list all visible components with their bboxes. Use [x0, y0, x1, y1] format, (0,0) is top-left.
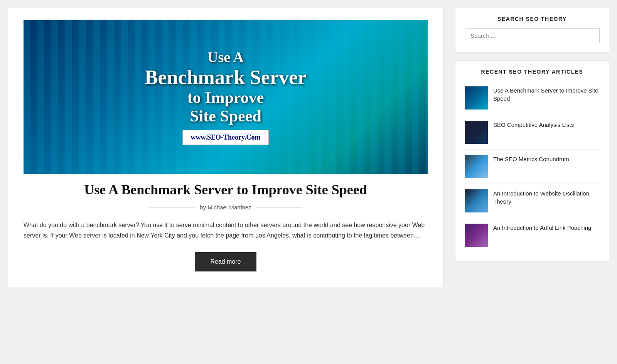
article-thumb — [465, 86, 488, 110]
main-content: Use A Benchmark Server to Improve Site S… — [8, 8, 443, 287]
article-thumb — [465, 121, 488, 144]
article-image-overlay: Use A Benchmark Server to Improve Site S… — [137, 41, 314, 153]
article-featured-image: Use A Benchmark Server to Improve Site S… — [24, 20, 428, 174]
recent-articles-title: RECENT SEO THEORY ARTICLES — [465, 69, 600, 75]
list-item: An Introduction to Website Oscillation T… — [465, 184, 600, 218]
image-title-line3: to Improve — [145, 88, 307, 107]
article-list-title[interactable]: An Introduction to Artful Link Poaching — [493, 224, 591, 232]
byline-line-left — [149, 207, 195, 207]
image-title-line1: Use A — [145, 49, 307, 66]
list-item: Use A Benchmark Server to Improve Site S… — [465, 81, 600, 115]
article-byline: by Michael Martinez — [24, 204, 428, 211]
article-image-wrap: Use A Benchmark Server to Improve Site S… — [24, 20, 428, 174]
read-more-wrap: Read more — [24, 252, 428, 271]
article-list-title[interactable]: An Introduction to Website Oscillation T… — [493, 189, 600, 206]
list-item: SEO Competitive Analysis Lists — [465, 115, 600, 150]
read-more-button[interactable]: Read more — [195, 252, 256, 271]
article-list-title[interactable]: The SEO Metrics Conundrum — [493, 155, 569, 163]
page-wrapper: Use A Benchmark Server to Improve Site S… — [8, 8, 609, 356]
image-title-line4: Site Speed — [145, 107, 307, 125]
list-item: An Introduction to Artful Link Poaching — [465, 218, 600, 252]
article-list-title[interactable]: Use A Benchmark Server to Improve Site S… — [493, 86, 600, 103]
article-thumb — [465, 189, 488, 212]
article-excerpt: What do you do with a benchmark server? … — [24, 220, 428, 241]
recent-articles-widget: RECENT SEO THEORY ARTICLES Use A Benchma… — [455, 61, 609, 262]
article-list: Use A Benchmark Server to Improve Site S… — [465, 81, 600, 252]
article-list-title[interactable]: SEO Competitive Analysis Lists — [493, 121, 574, 129]
search-input[interactable] — [465, 28, 600, 43]
image-title-line2: Benchmark Server — [145, 66, 307, 88]
article-thumb — [465, 155, 488, 178]
list-item: The SEO Metrics Conundrum — [465, 150, 600, 184]
sidebar: SEARCH SEO THEORY RECENT SEO THEORY ARTI… — [455, 8, 609, 262]
search-widget: SEARCH SEO THEORY — [455, 8, 609, 53]
url-badge: www.SEO-Theory.Com — [182, 130, 268, 145]
byline-text: by Michael Martinez — [200, 204, 251, 211]
byline-line-right — [256, 207, 302, 207]
article-thumb — [465, 224, 488, 247]
search-widget-title: SEARCH SEO THEORY — [465, 16, 600, 22]
article-title: Use A Benchmark Server to Improve Site S… — [24, 182, 428, 198]
